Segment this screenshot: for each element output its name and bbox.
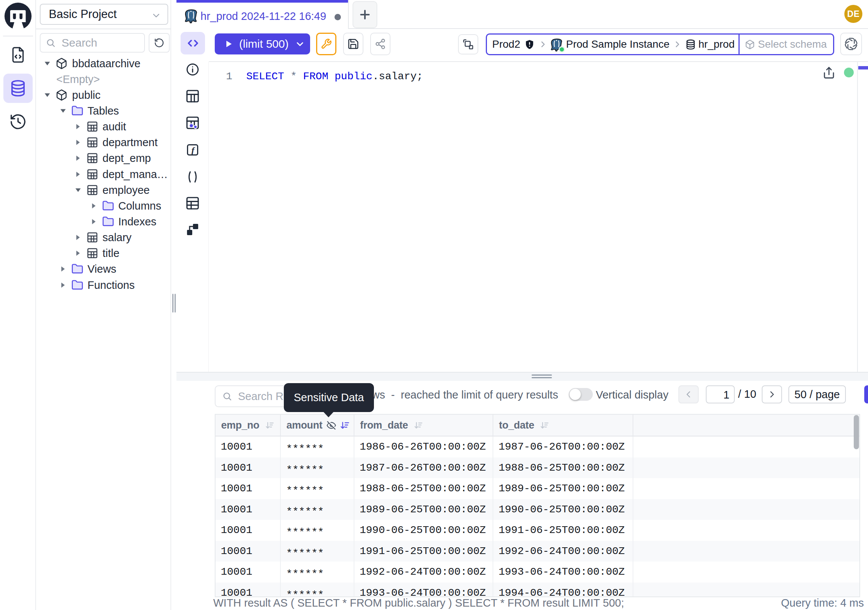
- svg-text:f: f: [191, 145, 195, 155]
